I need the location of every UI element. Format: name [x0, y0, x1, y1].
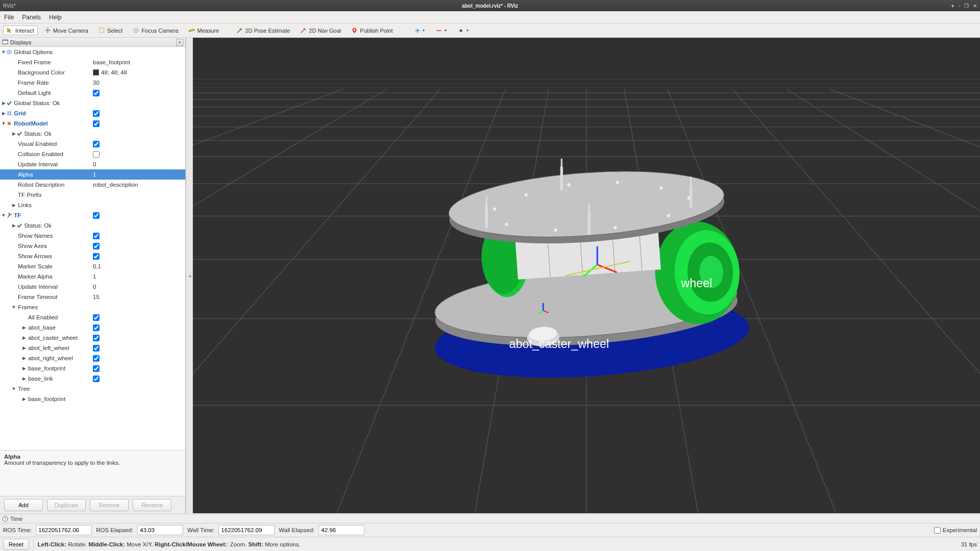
collapse-icon[interactable]: ▼ — [1, 121, 6, 126]
tree-label[interactable]: Tree — [18, 386, 30, 392]
tool-2d-pose[interactable]: 2D Pose Estimate — [233, 26, 293, 35]
marker-scale-label[interactable]: Marker Scale — [18, 263, 53, 269]
alpha-label[interactable]: Alpha — [18, 171, 33, 178]
collapse-icon[interactable]: ▼ — [11, 305, 16, 310]
robot-desc-value[interactable]: robot_description — [93, 182, 138, 188]
wall-time-input[interactable] — [218, 525, 275, 535]
expand-icon[interactable]: ▶ — [1, 111, 6, 116]
expand-icon[interactable]: ▶ — [21, 356, 27, 361]
frame-timeout-label[interactable]: Frame Timeout — [18, 294, 57, 300]
frame-checkbox[interactable] — [93, 355, 100, 362]
collapse-icon[interactable]: ▼ — [11, 386, 16, 391]
time-panel-header[interactable]: Time — [0, 514, 980, 523]
menu-panels[interactable]: Panels — [22, 14, 41, 21]
fixed-frame-label[interactable]: Fixed Frame — [18, 59, 51, 65]
tree-footprint[interactable]: base_footprint — [28, 396, 65, 402]
frame-checkbox[interactable] — [93, 345, 100, 352]
expand-icon[interactable]: ▶ — [11, 131, 16, 136]
marker-scale-value[interactable]: 0,1 — [93, 263, 101, 269]
collapse-icon[interactable]: ▼ — [1, 213, 6, 218]
expand-icon[interactable]: ▶ — [21, 376, 27, 381]
collision-enabled-checkbox[interactable] — [93, 151, 100, 158]
global-options[interactable]: Global Options — [14, 49, 53, 55]
panel-close-icon[interactable]: × — [176, 39, 183, 46]
alpha-row[interactable]: Alpha1 — [0, 169, 185, 180]
panel-header[interactable]: Displays × — [0, 38, 185, 47]
visual-enabled-label[interactable]: Visual Enabled — [18, 141, 57, 147]
3d-viewport[interactable]: abot_caster_wheel wheel — [193, 38, 980, 513]
rename-button[interactable]: Rename — [133, 499, 172, 511]
reset-button[interactable]: Reset — [3, 539, 29, 550]
expand-icon[interactable]: ▶ — [1, 101, 6, 106]
frame-footprint[interactable]: base_footprint — [28, 365, 65, 371]
framerate-value[interactable]: 30 — [93, 80, 100, 86]
splitter[interactable]: ◂ — [186, 38, 193, 513]
update-interval2-label[interactable]: Update Interval — [18, 284, 58, 290]
rm-status[interactable]: Status: Ok — [24, 131, 52, 137]
frame-link[interactable]: base_link — [28, 375, 53, 382]
default-light-checkbox[interactable] — [93, 90, 100, 96]
frame-checkbox[interactable] — [93, 375, 100, 382]
global-status[interactable]: Global Status: Ok — [14, 100, 60, 106]
frames-label[interactable]: Frames — [18, 304, 38, 310]
wall-elapsed-input[interactable] — [318, 525, 364, 535]
tool-focus-camera[interactable]: Focus Camera — [129, 26, 182, 35]
robot-model[interactable]: RobotModel — [14, 120, 47, 127]
marker-alpha-value[interactable]: 1 — [93, 273, 96, 280]
expand-icon[interactable]: ▶ — [21, 366, 27, 371]
show-axes-label[interactable]: Show Axes — [18, 243, 47, 249]
frame-left[interactable]: abot_left_wheel — [28, 345, 69, 351]
update-interval-label[interactable]: Update Interval — [18, 161, 58, 167]
ros-elapsed-input[interactable] — [137, 525, 183, 535]
expand-icon[interactable]: ▶ — [21, 335, 27, 340]
show-arrows-checkbox[interactable] — [93, 253, 100, 260]
frame-checkbox[interactable] — [93, 335, 100, 341]
show-names-checkbox[interactable] — [93, 233, 100, 239]
all-enabled-label[interactable]: All Enabled — [28, 314, 58, 320]
default-light-label[interactable]: Default Light — [18, 90, 51, 96]
duplicate-button[interactable]: Duplicate — [47, 499, 86, 511]
frame-checkbox[interactable] — [93, 324, 100, 331]
tool-remove-small[interactable]: ▼ — [435, 27, 447, 34]
show-arrows-label[interactable]: Show Arrows — [18, 253, 52, 259]
links-label[interactable]: Links — [18, 202, 32, 208]
tool-select[interactable]: Select — [95, 26, 127, 35]
menu-file[interactable]: File — [4, 14, 14, 21]
grid-checkbox[interactable] — [93, 110, 100, 117]
tf-checkbox[interactable] — [93, 212, 100, 219]
frame-abot-base[interactable]: abot_base — [28, 324, 56, 331]
add-button[interactable]: Add — [4, 499, 43, 511]
marker-alpha-label[interactable]: Marker Alpha — [18, 273, 53, 280]
grid-display[interactable]: Grid — [14, 110, 26, 116]
show-axes-checkbox[interactable] — [93, 243, 100, 249]
tool-measure[interactable]: Measure — [185, 26, 223, 35]
frame-timeout-value[interactable]: 15 — [93, 294, 100, 300]
tool-add-small[interactable]: ▼ — [414, 27, 426, 34]
tool-interact[interactable]: Interact — [3, 26, 38, 35]
expand-icon[interactable]: ▶ — [11, 203, 16, 208]
remove-button[interactable]: Remove — [90, 499, 129, 511]
framerate-label[interactable]: Frame Rate — [18, 80, 49, 86]
tool-2d-nav[interactable]: 2D Nav Goal — [297, 26, 345, 35]
tool-publish-point[interactable]: Publish Point — [348, 26, 396, 35]
frame-caster[interactable]: abot_caster_wheel — [28, 335, 78, 341]
experimental-checkbox[interactable] — [934, 527, 941, 534]
tool-move-camera[interactable]: Move Camera — [41, 26, 92, 35]
collapse-icon[interactable]: ▼ — [1, 49, 6, 55]
menu-help[interactable]: Help — [49, 14, 62, 21]
displays-tree[interactable]: ▼ Global Options Fixed Framebase_footpri… — [0, 47, 185, 450]
update-interval2-value[interactable]: 0 — [93, 284, 96, 290]
ros-time-input[interactable] — [36, 525, 92, 535]
alpha-value[interactable]: 1 — [93, 171, 96, 178]
all-enabled-checkbox[interactable] — [93, 314, 100, 321]
tf-prefix-label[interactable]: TF Prefix — [18, 192, 42, 198]
bgcolor-label[interactable]: Background Color — [18, 69, 65, 76]
tf-display[interactable]: TF — [14, 212, 21, 218]
collision-enabled-label[interactable]: Collision Enabled — [18, 151, 63, 157]
show-names-label[interactable]: Show Names — [18, 233, 53, 239]
update-interval-value[interactable]: 0 — [93, 161, 96, 167]
frame-right[interactable]: abot_right_wheel — [28, 355, 73, 361]
robot-desc-label[interactable]: Robot Description — [18, 182, 64, 188]
robot-model-checkbox[interactable] — [93, 120, 100, 127]
expand-icon[interactable]: ▶ — [21, 396, 27, 402]
